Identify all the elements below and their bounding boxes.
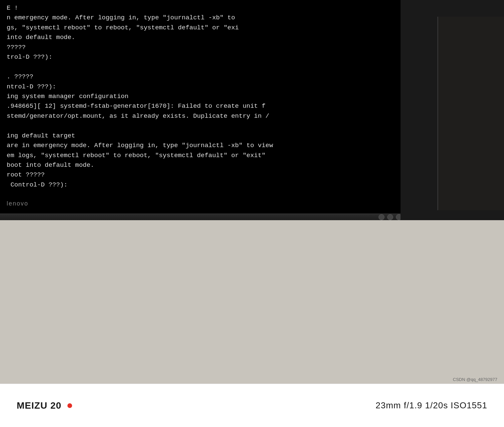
watermark-text: CSDN @qq_48792977	[453, 377, 497, 382]
terminal-screen: E ! n emergency mode. After logging in, …	[0, 0, 401, 214]
camera-brand-section: MEIZU 20	[17, 400, 72, 411]
monitor-button-2[interactable]	[387, 214, 393, 220]
right-background	[401, 0, 504, 220]
monitor-button-1[interactable]	[379, 214, 385, 220]
lenovo-logo: lenovo	[7, 200, 28, 207]
camera-specs-label: 23mm f/1.9 1/20s ISO1551	[375, 400, 487, 411]
terminal-output: E ! n emergency mode. After logging in, …	[7, 3, 394, 190]
keyboard-visible	[437, 17, 504, 210]
monitor-screen-area: E ! n emergency mode. After logging in, …	[0, 0, 504, 220]
monitor-bezel	[0, 214, 401, 220]
camera-brand-label: MEIZU 20	[17, 400, 61, 411]
photo-metadata-bar: MEIZU 20 23mm f/1.9 1/20s ISO1551	[0, 384, 504, 427]
camera-brand-dot	[67, 403, 72, 408]
desk-surface	[0, 220, 504, 320]
